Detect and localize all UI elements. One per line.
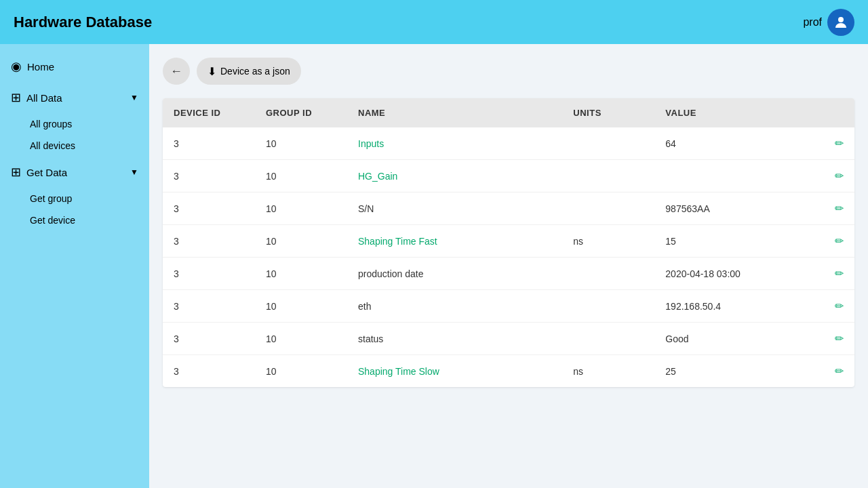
chevron-down-icon-2: ▼ — [130, 167, 138, 177]
cell-group-id: 10 — [255, 192, 347, 225]
cell-device-id: 3 — [163, 323, 255, 355]
cell-device-id: 3 — [163, 258, 255, 290]
layout: ◉ Home ⊞ All Data ▼ All groups All devic… — [0, 44, 868, 488]
table-row: 3 10 status Good ✏ — [163, 323, 854, 355]
cell-units — [562, 127, 654, 160]
avatar[interactable] — [827, 9, 854, 36]
cell-units: ns — [562, 355, 654, 388]
sidebar-item-all-devices[interactable]: All devices — [0, 135, 149, 157]
table-row: 3 10 Inputs 64 ✏ — [163, 127, 854, 160]
cell-group-id: 10 — [255, 290, 347, 323]
table-row: 3 10 S/N 987563AA ✏ — [163, 192, 854, 225]
cell-value: Good — [654, 323, 808, 355]
cell-group-id: 10 — [255, 355, 347, 388]
cell-value: 64 — [654, 127, 808, 160]
header: Hardware Database prof — [0, 0, 868, 44]
cell-units: ns — [562, 225, 654, 258]
cell-name: S/N — [347, 192, 562, 225]
cell-name: status — [347, 323, 562, 355]
chevron-down-icon: ▼ — [130, 93, 138, 102]
cell-name: Shaping Time Slow — [347, 355, 562, 388]
cell-device-id: 3 — [163, 160, 255, 192]
cell-device-id: 3 — [163, 127, 255, 160]
table-row: 3 10 eth 192.168.50.4 ✏ — [163, 290, 854, 323]
table-row: 3 10 Shaping Time Fast ns 15 ✏ — [163, 225, 854, 258]
get-device-label: Get device — [30, 215, 75, 226]
cell-value: 15 — [654, 225, 808, 258]
cell-device-id: 3 — [163, 225, 255, 258]
cell-group-id: 10 — [255, 258, 347, 290]
cell-name: production date — [347, 258, 562, 290]
cell-units — [562, 160, 654, 192]
col-name: NAME — [347, 98, 562, 127]
cell-units — [562, 323, 654, 355]
cell-device-id: 3 — [163, 290, 255, 323]
toolbar: ← ⬇ Device as a json — [163, 58, 854, 85]
app-title: Hardware Database — [14, 14, 152, 31]
main-content: ← ⬇ Device as a json DEVICE ID GROUP ID … — [149, 44, 868, 488]
json-button-label: Device as a json — [220, 66, 290, 77]
user-section: prof — [803, 9, 854, 36]
sidebar-get-data-label: Get Data — [26, 167, 67, 178]
table-header-row: DEVICE ID GROUP ID NAME UNITS VALUE — [163, 98, 854, 127]
all-data-icon: ⊞ — [11, 90, 21, 105]
cell-units — [562, 258, 654, 290]
sidebar-item-get-group[interactable]: Get group — [0, 188, 149, 209]
edit-button-1[interactable]: ✏ — [808, 160, 854, 192]
table-row: 3 10 Shaping Time Slow ns 25 ✏ — [163, 355, 854, 388]
json-button[interactable]: ⬇ Device as a json — [197, 58, 301, 85]
data-table: DEVICE ID GROUP ID NAME UNITS VALUE 3 10… — [163, 98, 854, 387]
svg-point-0 — [838, 17, 844, 22]
cell-value: 192.168.50.4 — [654, 290, 808, 323]
cell-device-id: 3 — [163, 355, 255, 388]
col-value: VALUE — [654, 98, 808, 127]
cell-name: eth — [347, 290, 562, 323]
download-icon: ⬇ — [208, 65, 216, 78]
cell-group-id: 10 — [255, 160, 347, 192]
col-group-id: GROUP ID — [255, 98, 347, 127]
cell-value: 987563AA — [654, 192, 808, 225]
cell-value: 25 — [654, 355, 808, 388]
cell-group-id: 10 — [255, 127, 347, 160]
cell-value: 2020-04-18 03:00 — [654, 258, 808, 290]
table-row: 3 10 production date 2020-04-18 03:00 ✏ — [163, 258, 854, 290]
sidebar-item-home[interactable]: ◉ Home — [0, 51, 149, 82]
col-device-id: DEVICE ID — [163, 98, 255, 127]
sidebar-item-all-data[interactable]: ⊞ All Data ▼ — [0, 82, 149, 113]
sidebar-item-get-device[interactable]: Get device — [0, 209, 149, 231]
cell-device-id: 3 — [163, 192, 255, 225]
edit-button-3[interactable]: ✏ — [808, 225, 854, 258]
cell-group-id: 10 — [255, 225, 347, 258]
cell-value — [654, 160, 808, 192]
cell-name: Shaping Time Fast — [347, 225, 562, 258]
username: prof — [803, 16, 822, 28]
table-row: 3 10 HG_Gain ✏ — [163, 160, 854, 192]
col-action — [808, 98, 854, 127]
col-units: UNITS — [562, 98, 654, 127]
get-group-label: Get group — [30, 193, 72, 204]
cell-units — [562, 290, 654, 323]
sidebar-home-label: Home — [27, 61, 54, 73]
all-groups-label: All groups — [30, 119, 72, 129]
edit-button-6[interactable]: ✏ — [808, 323, 854, 355]
edit-button-7[interactable]: ✏ — [808, 355, 854, 388]
home-icon: ◉ — [11, 59, 22, 74]
sidebar-all-data-label: All Data — [26, 92, 62, 104]
edit-button-5[interactable]: ✏ — [808, 290, 854, 323]
edit-button-0[interactable]: ✏ — [808, 127, 854, 160]
edit-button-2[interactable]: ✏ — [808, 192, 854, 225]
edit-button-4[interactable]: ✏ — [808, 258, 854, 290]
sidebar-item-get-data[interactable]: ⊞ Get Data ▼ — [0, 157, 149, 188]
sidebar: ◉ Home ⊞ All Data ▼ All groups All devic… — [0, 44, 149, 488]
cell-name: Inputs — [347, 127, 562, 160]
cell-units — [562, 192, 654, 225]
get-data-icon: ⊞ — [11, 165, 21, 180]
cell-name: HG_Gain — [347, 160, 562, 192]
back-button[interactable]: ← — [163, 58, 190, 85]
cell-group-id: 10 — [255, 323, 347, 355]
sidebar-item-all-groups[interactable]: All groups — [0, 113, 149, 135]
all-devices-label: All devices — [30, 140, 75, 151]
